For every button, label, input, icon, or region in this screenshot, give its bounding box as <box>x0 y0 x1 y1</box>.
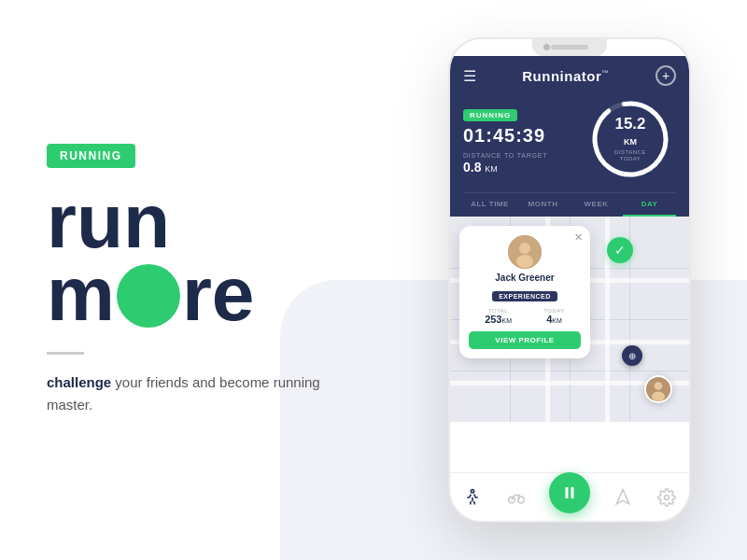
today-stat: TODAY 4KM <box>543 308 565 325</box>
tab-month[interactable]: MONTH <box>516 193 570 217</box>
app-screen: ☰ Runninator™ + RUNNING 01:45:39 DISTANC… <box>450 56 689 521</box>
svg-point-14 <box>665 495 669 499</box>
directions-nav-icon[interactable] <box>612 486 634 509</box>
app-logo: Runninator™ <box>522 68 610 84</box>
close-icon[interactable]: ✕ <box>574 231 583 244</box>
headline-m: m <box>47 251 115 336</box>
tagline: challenge your friends and become runnin… <box>47 371 345 416</box>
pause-button[interactable] <box>549 472 590 513</box>
timer-display: 01:45:39 <box>463 125 588 147</box>
running-status-badge: RUNNING <box>463 109 517 121</box>
svg-point-3 <box>519 243 530 254</box>
user-level-badge: EXPERIENCED <box>469 286 581 302</box>
bike-nav-icon[interactable] <box>505 486 528 509</box>
tab-all-time[interactable]: ALL TIME <box>463 193 516 217</box>
svg-marker-13 <box>616 489 628 503</box>
tab-day[interactable]: DAY <box>623 193 676 217</box>
phone-camera <box>543 44 550 50</box>
settings-nav-icon[interactable] <box>655 486 678 509</box>
o-decoration <box>117 264 180 328</box>
divider <box>47 352 84 355</box>
user-stats-row: TOTAL 253KM TODAY 4KM <box>469 308 581 325</box>
distance-to-target-value: 0.8 KM <box>463 160 588 175</box>
menu-icon[interactable]: ☰ <box>463 67 476 85</box>
svg-rect-12 <box>571 487 573 498</box>
distance-to-target-label: DISTANCE TO TARGET <box>463 152 588 159</box>
app-topbar: ☰ Runninator™ + <box>463 65 676 86</box>
stats-left: RUNNING 01:45:39 DISTANCE TO TARGET 0.8 … <box>463 105 588 175</box>
today-value: 4KM <box>543 314 565 325</box>
phone-frame: ☰ Runninator™ + RUNNING 01:45:39 DISTANC… <box>448 37 691 523</box>
circle-progress: 15.2KM DISTANCE TODAY <box>588 97 672 181</box>
app-stats: RUNNING 01:45:39 DISTANCE TO TARGET 0.8 … <box>463 93 676 192</box>
svg-point-4 <box>516 255 533 268</box>
total-value: 253KM <box>485 314 512 325</box>
svg-point-7 <box>652 392 665 401</box>
user-card: ✕ Jack Greener EXPERIENCED <box>459 226 590 358</box>
headline-line1: run <box>47 185 345 258</box>
left-panel: RUNNING run mre challenge your friends a… <box>0 88 392 472</box>
user-avatar-wrap <box>469 235 581 269</box>
svg-point-6 <box>655 382 663 390</box>
view-profile-button[interactable]: VIEW PROFILE <box>469 331 581 349</box>
user-name: Jack Greener <box>469 273 581 283</box>
total-stat: TOTAL 253KM <box>485 308 512 325</box>
avatar-marker <box>644 375 672 403</box>
app-header: ☰ Runninator™ + RUNNING 01:45:39 DISTANC… <box>450 56 689 217</box>
circle-label: DISTANCE TODAY <box>610 149 652 162</box>
headline: run mre <box>47 185 345 331</box>
time-tabs: ALL TIME MONTH WEEK DAY <box>463 192 676 217</box>
map-area: ✕ Jack Greener EXPERIENCED <box>450 217 689 422</box>
add-button[interactable]: + <box>655 65 676 86</box>
check-marker: ✓ <box>607 237 633 263</box>
bottom-nav <box>450 472 689 521</box>
tab-week[interactable]: WEEK <box>570 193 623 217</box>
tagline-bold: challenge <box>47 374 111 390</box>
run-nav-icon[interactable] <box>461 486 484 509</box>
phone-speaker <box>551 45 588 49</box>
headline-re: re <box>182 251 255 336</box>
location-marker: ⊕ <box>622 345 642 366</box>
running-badge: RUNNING <box>47 144 135 168</box>
circle-km-value: 15.2KM <box>610 116 652 147</box>
circle-center: 15.2KM DISTANCE TODAY <box>610 116 652 162</box>
svg-point-8 <box>471 489 473 492</box>
svg-rect-11 <box>565 487 568 498</box>
headline-line2: mre <box>47 258 345 331</box>
right-panel: ☰ Runninator™ + RUNNING 01:45:39 DISTANC… <box>392 0 747 560</box>
avatar <box>508 235 542 269</box>
